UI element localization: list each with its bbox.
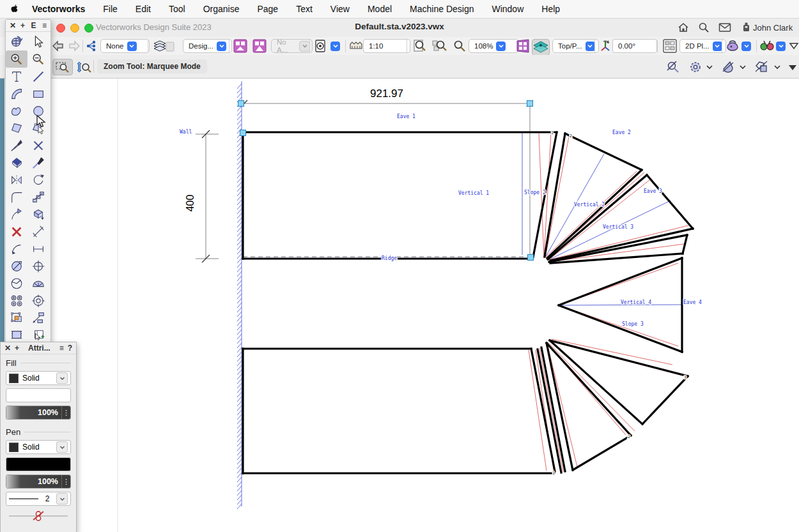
concentric-circles-tool[interactable] bbox=[6, 292, 27, 309]
panel-outline[interactable] bbox=[547, 170, 642, 258]
selection-handle[interactable] bbox=[240, 130, 246, 136]
pen-style-chevron-icon[interactable] bbox=[56, 441, 68, 453]
toolbar-overflow-icon[interactable] bbox=[789, 39, 799, 53]
panel-outline[interactable] bbox=[547, 343, 631, 436]
saved-view-2-icon[interactable] bbox=[252, 39, 267, 53]
pen-color-well[interactable] bbox=[6, 457, 71, 471]
modify-arc-tool[interactable] bbox=[6, 206, 27, 223]
menu-item-page[interactable]: Page bbox=[248, 4, 287, 14]
attributes-close-icon[interactable]: ✕ bbox=[4, 344, 11, 353]
menu-item-vectorworks[interactable]: Vectorworks bbox=[23, 4, 94, 14]
class-chevron-icon[interactable] bbox=[127, 42, 137, 51]
panel-outline[interactable] bbox=[642, 376, 688, 424]
offset-tool[interactable] bbox=[27, 188, 49, 206]
plane-chevron-icon[interactable] bbox=[713, 42, 722, 51]
create-sheet-tool[interactable] bbox=[27, 326, 49, 344]
project-sharing-icon[interactable] bbox=[86, 39, 98, 53]
menu-item-organise[interactable]: Organise bbox=[194, 4, 249, 14]
selection-handle[interactable] bbox=[528, 255, 534, 261]
menu-item-file[interactable]: File bbox=[94, 4, 127, 14]
zoom-level-icon[interactable] bbox=[453, 39, 467, 53]
selection-handle[interactable] bbox=[238, 101, 244, 107]
eyedropper-tool[interactable] bbox=[27, 154, 49, 171]
active-class-dropdown[interactable]: None bbox=[100, 39, 150, 53]
text-tool[interactable] bbox=[6, 68, 27, 85]
attributes-help-icon[interactable]: ? bbox=[68, 344, 72, 353]
active-layer-dropdown[interactable]: Desig... bbox=[183, 39, 232, 53]
fill-style-dropdown[interactable]: Solid bbox=[6, 371, 71, 385]
line-tool[interactable] bbox=[27, 68, 49, 85]
line-weight-chevron-icon[interactable] bbox=[56, 493, 68, 505]
marquee-mode-button[interactable] bbox=[52, 59, 73, 75]
interactive-zoom-mode-button[interactable] bbox=[75, 61, 92, 77]
pen-style-dropdown[interactable]: Solid bbox=[6, 440, 71, 454]
visibility-chevron-button[interactable] bbox=[330, 39, 340, 53]
panel-outline[interactable] bbox=[573, 436, 631, 470]
drawing-canvas[interactable]: 921.97400Eave 1WallRidgeVertical 1Slope … bbox=[0, 78, 799, 532]
apple-menu-icon[interactable] bbox=[9, 4, 19, 14]
palette-add-icon[interactable]: + bbox=[20, 21, 25, 30]
fill-style-chevron-icon[interactable] bbox=[56, 372, 68, 384]
fill-opacity-menu-icon[interactable]: ⋮ bbox=[61, 406, 70, 419]
line-marker-selector[interactable] bbox=[6, 510, 70, 522]
drawing-area[interactable]: 921.97400Eave 1WallRidgeVertical 1Slope … bbox=[0, 78, 799, 532]
angular-dimension-tool[interactable] bbox=[6, 275, 27, 292]
eraser-tool[interactable] bbox=[6, 154, 27, 171]
rotation-angle-field[interactable]: 0.00° bbox=[612, 39, 657, 53]
zoom-chevron-icon[interactable] bbox=[496, 42, 506, 51]
fillet-tool[interactable] bbox=[6, 188, 27, 206]
title-block-tool[interactable] bbox=[6, 326, 27, 344]
freehand-tool[interactable] bbox=[6, 102, 27, 119]
unified-view-button[interactable] bbox=[532, 39, 550, 56]
angle-line-tool[interactable] bbox=[27, 223, 49, 240]
center-mark-tool[interactable] bbox=[27, 257, 49, 275]
menu-item-text[interactable]: Text bbox=[287, 4, 322, 14]
layers-icon[interactable] bbox=[152, 39, 175, 53]
menu-item-window[interactable]: Window bbox=[483, 4, 532, 14]
rectangle-tool[interactable] bbox=[27, 85, 49, 102]
target-tool[interactable] bbox=[27, 292, 49, 309]
logged-in-user[interactable]: John Clark bbox=[753, 23, 793, 33]
render-chevron-button[interactable] bbox=[741, 39, 751, 53]
panel-outline[interactable] bbox=[538, 349, 561, 473]
fill-color-well[interactable] bbox=[6, 388, 71, 402]
user-icon[interactable] bbox=[741, 22, 751, 33]
panel-outline[interactable] bbox=[559, 258, 682, 305]
snap-settings-gear-icon[interactable] bbox=[688, 60, 713, 77]
palette-close-icon[interactable]: ✕ bbox=[10, 21, 16, 30]
linear-dimension-tool[interactable] bbox=[27, 240, 49, 257]
smart-edge-snap-icon[interactable] bbox=[665, 60, 683, 77]
line-weight-dropdown[interactable]: 2 bbox=[6, 492, 71, 506]
panel-outline[interactable] bbox=[550, 229, 693, 261]
diameter-dimension-tool[interactable] bbox=[6, 257, 27, 275]
binoculars-chevron-button[interactable] bbox=[776, 39, 786, 53]
active-plane-dropdown[interactable]: 2D Pl... bbox=[679, 39, 726, 53]
trim-tool[interactable] bbox=[27, 137, 49, 154]
menu-item-machine-design[interactable]: Machine Design bbox=[401, 4, 483, 14]
protractor-tool[interactable] bbox=[27, 275, 49, 292]
mail-icon[interactable] bbox=[718, 22, 731, 33]
selection-tool[interactable] bbox=[27, 33, 49, 50]
pen-opacity-slider[interactable]: 100% ⋮ bbox=[6, 475, 71, 489]
surface-snap-icon[interactable] bbox=[721, 60, 747, 77]
selection-handle[interactable] bbox=[527, 101, 533, 107]
pen-opacity-menu-icon[interactable]: ⋮ bbox=[61, 475, 70, 488]
flyover-tool[interactable] bbox=[6, 33, 27, 50]
layer-scale-icon[interactable] bbox=[349, 39, 363, 53]
object-snap-icon[interactable] bbox=[754, 60, 781, 77]
menu-item-tool[interactable]: Tool bbox=[160, 4, 194, 14]
clip-tool[interactable] bbox=[6, 309, 27, 326]
callout-tool[interactable] bbox=[27, 309, 49, 326]
binoculars-icon[interactable] bbox=[759, 39, 775, 53]
forward-button[interactable] bbox=[67, 39, 81, 53]
view-chevron-icon[interactable] bbox=[586, 42, 595, 51]
render-mode-icon[interactable] bbox=[725, 39, 740, 53]
visibility-icon[interactable] bbox=[314, 39, 328, 53]
zoom-out-tool[interactable] bbox=[27, 50, 49, 68]
fit-to-page-icon[interactable] bbox=[412, 39, 428, 53]
menu-item-view[interactable]: View bbox=[322, 4, 359, 14]
knife-tool[interactable] bbox=[6, 137, 27, 154]
layer-chevron-icon[interactable] bbox=[217, 42, 226, 51]
search-icon[interactable] bbox=[698, 22, 710, 33]
attributes-menu-icon[interactable]: ≡ bbox=[59, 344, 64, 353]
